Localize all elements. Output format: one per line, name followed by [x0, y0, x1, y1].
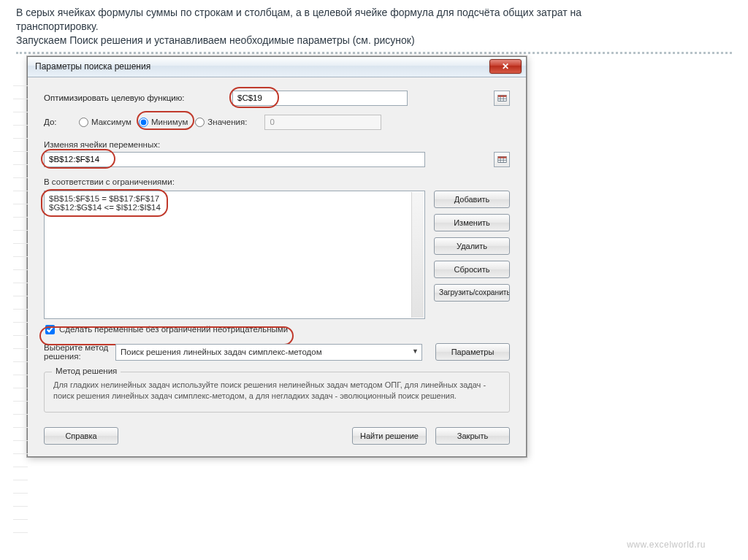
method-label: Выберите метод решения:	[44, 343, 111, 361]
nonneg-check-label: Сделать переменные без ограничений неотр…	[59, 325, 288, 334]
screenshot-frame: Параметры поиска решения ✕ Оптимизироват…	[26, 55, 527, 458]
radio-max[interactable]: Максимум	[79, 118, 131, 127]
radio-max-label: Максимум	[91, 118, 131, 126]
constraint-item-1[interactable]: $B$15:$F$15 = $B$17:$F$17	[49, 194, 420, 203]
intro-text: В серых ячейках формулы суммы по строкам…	[16, 6, 732, 47]
close-button[interactable]: ✕	[489, 59, 522, 74]
to-label: До:	[44, 118, 79, 126]
reset-button[interactable]: Сбросить	[434, 261, 510, 278]
method-group: Метод решения Для гладких нелинейных зад…	[44, 372, 510, 413]
method-group-text: Для гладких нелинейных задач используйте…	[53, 380, 500, 402]
changing-label: Изменяя ячейки переменных:	[44, 140, 510, 149]
method-select[interactable]: Поиск решения линейных задач симплекс-ме…	[115, 344, 422, 361]
close-dialog-button[interactable]: Закрыть	[435, 427, 510, 445]
constraint-item-2[interactable]: $G$12:$G$14 <= $I$12:$I$14	[49, 203, 420, 212]
radio-value[interactable]: Значения:	[195, 118, 247, 127]
intro-line2: Запускаем Поиск решения и устанавливаем …	[16, 34, 415, 46]
method-group-title: Метод решения	[52, 367, 121, 375]
solver-dialog: Параметры поиска решения ✕ Оптимизироват…	[27, 56, 527, 457]
change-button[interactable]: Изменить	[434, 214, 510, 231]
dialog-body: Оптимизировать целевую функцию: До: Макс…	[28, 77, 526, 456]
constraints-listbox[interactable]: $B$15:$F$15 = $B$17:$F$17 $G$12:$G$14 <=…	[44, 191, 425, 319]
cell-ref-icon	[497, 156, 507, 164]
cell-ref-icon	[497, 94, 507, 102]
objective-ref-button[interactable]	[494, 91, 510, 106]
svg-rect-1	[497, 95, 505, 96]
load-save-button[interactable]: Загрузить/сохранить	[434, 284, 510, 302]
add-button[interactable]: Добавить	[434, 191, 510, 208]
solve-button[interactable]: Найти решение	[352, 427, 427, 445]
radio-value-input[interactable]	[195, 118, 205, 127]
help-button[interactable]: Справка	[44, 427, 118, 445]
watermark: www.excelworld.ru	[627, 540, 706, 550]
objective-label: Оптимизировать целевую функцию:	[44, 93, 232, 102]
intro-line1a: В серых ячейках формулы суммы по строкам…	[16, 7, 581, 18]
titlebar[interactable]: Параметры поиска решения ✕	[28, 57, 526, 77]
radio-value-label: Значения:	[207, 118, 247, 126]
nonneg-check[interactable]: Сделать переменные без ограничений неотр…	[44, 325, 510, 334]
divider	[16, 52, 732, 54]
constraints-label: В соответствии с ограничениями:	[44, 177, 510, 186]
spreadsheet-gridlines	[13, 73, 28, 538]
radio-min-label: Минимум	[151, 118, 188, 126]
radio-max-input[interactable]	[79, 118, 88, 127]
titlebar-title: Параметры поиска решения	[35, 61, 150, 72]
method-select-value: Поиск решения линейных задач симплекс-ме…	[121, 348, 322, 356]
radio-min-input[interactable]	[139, 118, 148, 127]
params-button[interactable]: Параметры	[435, 343, 510, 361]
delete-button[interactable]: Удалить	[434, 237, 510, 255]
svg-rect-6	[497, 156, 505, 158]
changing-ref-button[interactable]	[494, 152, 510, 167]
changing-input[interactable]	[44, 152, 425, 167]
radio-min[interactable]: Минимум	[139, 118, 188, 127]
intro-line1b: транспортировку.	[16, 20, 99, 32]
close-icon: ✕	[502, 61, 509, 72]
value-input[interactable]	[264, 115, 381, 130]
nonneg-check-input[interactable]	[45, 325, 55, 334]
objective-input[interactable]	[232, 91, 408, 106]
